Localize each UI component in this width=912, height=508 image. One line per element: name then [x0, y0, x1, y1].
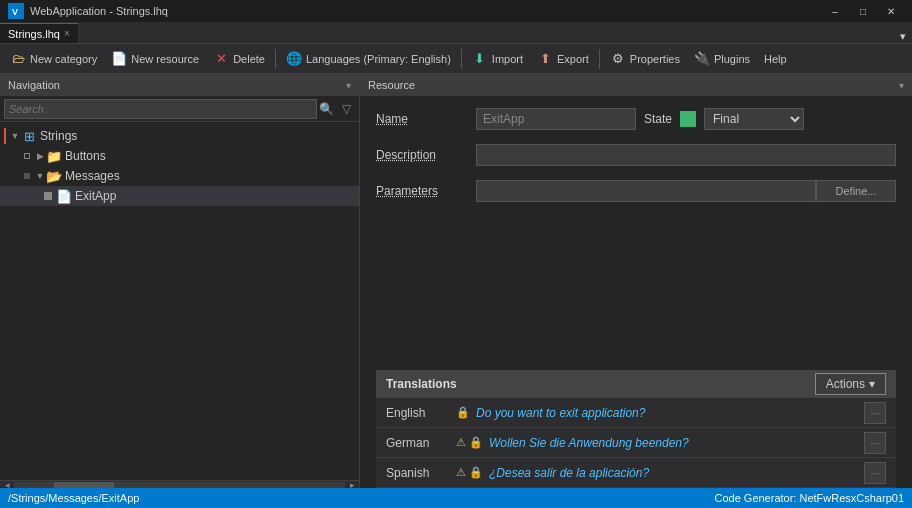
resource-panel: Resource ▾ Name State Final New Translat… — [360, 74, 912, 488]
trans-menu-button-spanish[interactable]: ··· — [864, 462, 886, 484]
nav-search-bar: 🔍 ▽ — [0, 96, 359, 122]
app-title: WebApplication - Strings.lhq — [30, 5, 822, 17]
maximize-button[interactable]: □ — [850, 3, 876, 19]
resource-header-arrow: ▾ — [899, 80, 904, 91]
trans-text-english[interactable]: Do you want to exit application? — [476, 406, 864, 420]
state-row: State Final New Translated Approved — [644, 108, 804, 130]
import-icon: ⬇ — [472, 51, 488, 67]
actions-button[interactable]: Actions ▾ — [815, 373, 886, 395]
status-path: /Strings/Messages/ExitApp — [8, 492, 139, 504]
tree-item-label-buttons: Buttons — [65, 149, 106, 163]
export-button[interactable]: ⬆ Export — [531, 47, 595, 71]
delete-button[interactable]: ✕ Delete — [207, 47, 271, 71]
translations-header: Translations Actions ▾ — [376, 370, 896, 398]
scroll-thumb[interactable] — [54, 482, 114, 488]
export-label: Export — [557, 53, 589, 65]
define-button[interactable]: Define... — [816, 180, 896, 202]
nav-title: Navigation — [8, 79, 60, 91]
folder-icon: 🗁 — [10, 51, 26, 67]
lock-icon-english: 🔒 — [456, 406, 470, 419]
trans-text-german[interactable]: Wollen Sie die Anwendung beenden? — [489, 436, 864, 450]
minimize-button[interactable]: – — [822, 3, 848, 19]
toolbar-separator-3 — [599, 49, 600, 69]
new-resource-icon: 📄 — [111, 51, 127, 67]
expand-strings[interactable]: ▼ — [9, 130, 21, 142]
nav-scrollbar[interactable]: ◂ ▸ — [0, 480, 359, 488]
tab-close-button[interactable]: × — [64, 28, 70, 39]
plugins-button[interactable]: 🔌 Plugins — [688, 47, 756, 71]
trans-icons-spanish: ⚠ 🔒 — [456, 466, 483, 479]
tab-strings-lhq[interactable]: Strings.lhq × — [0, 23, 79, 43]
trans-icons-english: 🔒 — [456, 406, 470, 419]
trans-text-spanish[interactable]: ¿Desea salir de la aplicación? — [489, 466, 864, 480]
tree-item-exitapp[interactable]: 📄 ExitApp — [0, 186, 359, 206]
new-category-button[interactable]: 🗁 New category — [4, 47, 103, 71]
vs-icon: V — [8, 3, 24, 19]
properties-label: Properties — [630, 53, 680, 65]
translations-section: Translations Actions ▾ English 🔒 Do you … — [376, 370, 896, 488]
languages-button[interactable]: 🌐 Languages (Primary: English) — [280, 47, 457, 71]
actions-label: Actions — [826, 377, 865, 391]
code-generator: Code Generator: NetFwResxCsharp01 — [714, 492, 904, 504]
doc-indicator — [44, 192, 52, 200]
svg-text:V: V — [12, 7, 18, 17]
name-label: Name — [376, 112, 476, 126]
translation-row-german: German ⚠ 🔒 Wollen Sie die Anwendung been… — [376, 428, 896, 458]
translations-title: Translations — [386, 377, 457, 391]
properties-button[interactable]: ⚙ Properties — [604, 47, 686, 71]
import-button[interactable]: ⬇ Import — [466, 47, 529, 71]
new-resource-label: New resource — [131, 53, 199, 65]
nav-header: Navigation ▾ — [0, 74, 359, 96]
search-input[interactable] — [4, 99, 317, 119]
tab-bar: Strings.lhq × ▾ — [0, 22, 912, 44]
new-resource-button[interactable]: 📄 New resource — [105, 47, 205, 71]
description-label: Description — [376, 148, 476, 162]
expand-messages[interactable]: ▼ — [34, 170, 46, 182]
filter-icon[interactable]: ▽ — [337, 100, 355, 118]
expand-buttons[interactable]: ▶ — [34, 150, 46, 162]
lock-icon-spanish: 🔒 — [469, 466, 483, 479]
toolbar-separator-1 — [275, 49, 276, 69]
plugin-icon: 🔌 — [694, 51, 710, 67]
resource-header: Resource ▾ — [360, 74, 912, 96]
scroll-right-button[interactable]: ▸ — [345, 481, 359, 489]
description-row: Description — [376, 144, 896, 166]
tab-overflow-button[interactable]: ▾ — [894, 30, 912, 43]
parameters-input[interactable] — [476, 180, 816, 202]
close-button[interactable]: ✕ — [878, 3, 904, 19]
description-input[interactable] — [476, 144, 896, 166]
scroll-left-button[interactable]: ◂ — [0, 481, 14, 489]
state-select[interactable]: Final New Translated Approved — [704, 108, 804, 130]
tree-item-buttons[interactable]: ▶ 📁 Buttons — [0, 146, 359, 166]
search-icon[interactable]: 🔍 — [317, 100, 335, 118]
trans-icons-german: ⚠ 🔒 — [456, 436, 483, 449]
collapsed-icon — [24, 153, 30, 159]
tree-item-strings[interactable]: ▼ ⊞ Strings — [0, 126, 359, 146]
toolbar: 🗁 New category 📄 New resource ✕ Delete 🌐… — [0, 44, 912, 74]
delete-label: Delete — [233, 53, 265, 65]
tree-item-messages[interactable]: ▼ 📂 Messages — [0, 166, 359, 186]
export-icon: ⬆ — [537, 51, 553, 67]
name-input[interactable] — [476, 108, 636, 130]
state-label: State — [644, 112, 672, 126]
folder-icon-buttons: 📁 — [46, 148, 62, 164]
trans-menu-button-german[interactable]: ··· — [864, 432, 886, 454]
lang-label-english: English — [386, 406, 456, 420]
translation-row-english: English 🔒 Do you want to exit applicatio… — [376, 398, 896, 428]
main-area: Navigation ▾ 🔍 ▽ ▼ ⊞ Strings ▶ 📁 Buttons — [0, 74, 912, 488]
trans-menu-button-english[interactable]: ··· — [864, 402, 886, 424]
resource-form: Name State Final New Translated Approved… — [360, 96, 912, 370]
title-bar: V WebApplication - Strings.lhq – □ ✕ — [0, 0, 912, 22]
help-button[interactable]: Help — [758, 47, 793, 71]
warning-icon-german: ⚠ — [456, 436, 466, 449]
actions-arrow-icon: ▾ — [869, 377, 875, 391]
translation-row-spanish: Spanish ⚠ 🔒 ¿Desea salir de la aplicació… — [376, 458, 896, 488]
tree: ▼ ⊞ Strings ▶ 📁 Buttons ▼ 📂 Messages — [0, 122, 359, 480]
lang-label-spanish: Spanish — [386, 466, 456, 480]
languages-icon: 🌐 — [286, 51, 302, 67]
expanded-indicator — [24, 173, 30, 179]
strings-icon: ⊞ — [21, 128, 37, 144]
status-bar: /Strings/Messages/ExitApp Code Generator… — [0, 488, 912, 508]
scroll-track[interactable] — [14, 482, 345, 488]
red-indicator — [4, 128, 6, 144]
